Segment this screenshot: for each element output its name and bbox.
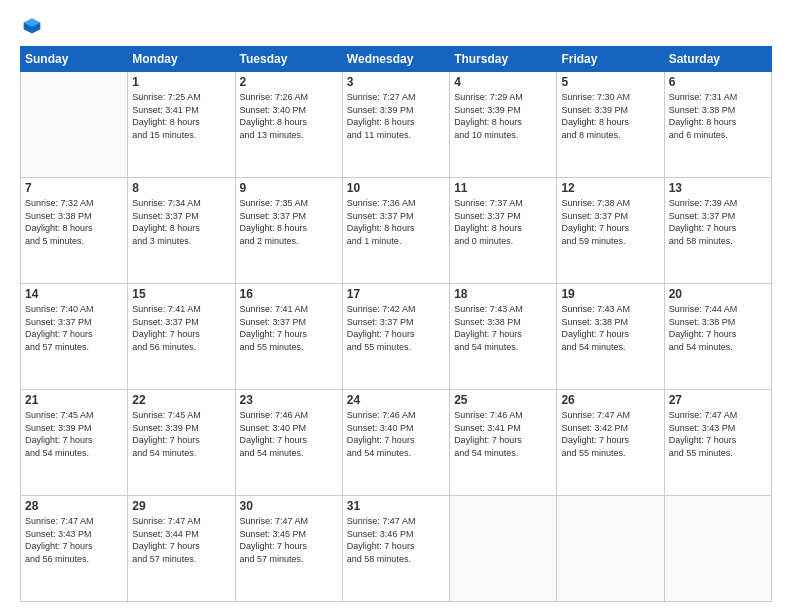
- calendar-cell: 22Sunrise: 7:45 AMSunset: 3:39 PMDayligh…: [128, 390, 235, 496]
- cell-info: and 58 minutes.: [347, 553, 445, 566]
- calendar-cell: [557, 496, 664, 602]
- day-number: 6: [669, 75, 767, 89]
- cell-info: Daylight: 7 hours: [240, 328, 338, 341]
- day-header-saturday: Saturday: [664, 47, 771, 72]
- calendar-cell: 5Sunrise: 7:30 AMSunset: 3:39 PMDaylight…: [557, 72, 664, 178]
- calendar-cell: 19Sunrise: 7:43 AMSunset: 3:38 PMDayligh…: [557, 284, 664, 390]
- cell-info: Daylight: 8 hours: [347, 222, 445, 235]
- cell-info: Sunset: 3:43 PM: [669, 422, 767, 435]
- day-number: 29: [132, 499, 230, 513]
- calendar-table: SundayMondayTuesdayWednesdayThursdayFrid…: [20, 46, 772, 602]
- cell-info: Daylight: 8 hours: [132, 222, 230, 235]
- cell-info: and 55 minutes.: [669, 447, 767, 460]
- day-number: 2: [240, 75, 338, 89]
- cell-info: Sunrise: 7:44 AM: [669, 303, 767, 316]
- cell-info: and 57 minutes.: [132, 553, 230, 566]
- cell-info: Daylight: 8 hours: [240, 222, 338, 235]
- day-number: 25: [454, 393, 552, 407]
- cell-info: Sunset: 3:40 PM: [240, 104, 338, 117]
- cell-info: Sunset: 3:38 PM: [561, 316, 659, 329]
- day-number: 7: [25, 181, 123, 195]
- cell-info: Sunrise: 7:47 AM: [347, 515, 445, 528]
- cell-info: Daylight: 7 hours: [25, 328, 123, 341]
- day-header-friday: Friday: [557, 47, 664, 72]
- logo-icon: [22, 16, 42, 36]
- cell-info: Daylight: 7 hours: [347, 540, 445, 553]
- calendar-cell: 28Sunrise: 7:47 AMSunset: 3:43 PMDayligh…: [21, 496, 128, 602]
- day-header-tuesday: Tuesday: [235, 47, 342, 72]
- cell-info: Sunrise: 7:32 AM: [25, 197, 123, 210]
- cell-info: Daylight: 7 hours: [454, 434, 552, 447]
- cell-info: Daylight: 7 hours: [669, 222, 767, 235]
- cell-info: Sunset: 3:44 PM: [132, 528, 230, 541]
- cell-info: and 11 minutes.: [347, 129, 445, 142]
- day-number: 20: [669, 287, 767, 301]
- cell-info: and 56 minutes.: [132, 341, 230, 354]
- cell-info: Sunrise: 7:46 AM: [347, 409, 445, 422]
- cell-info: Sunrise: 7:34 AM: [132, 197, 230, 210]
- cell-info: Sunrise: 7:47 AM: [669, 409, 767, 422]
- day-number: 3: [347, 75, 445, 89]
- cell-info: Daylight: 7 hours: [240, 540, 338, 553]
- calendar-cell: 29Sunrise: 7:47 AMSunset: 3:44 PMDayligh…: [128, 496, 235, 602]
- cell-info: Daylight: 7 hours: [454, 328, 552, 341]
- cell-info: Sunrise: 7:46 AM: [240, 409, 338, 422]
- cell-info: Sunrise: 7:45 AM: [25, 409, 123, 422]
- cell-info: and 58 minutes.: [669, 235, 767, 248]
- cell-info: Sunset: 3:39 PM: [347, 104, 445, 117]
- cell-info: Sunset: 3:45 PM: [240, 528, 338, 541]
- page: SundayMondayTuesdayWednesdayThursdayFrid…: [0, 0, 792, 612]
- calendar-cell: 6Sunrise: 7:31 AMSunset: 3:38 PMDaylight…: [664, 72, 771, 178]
- cell-info: and 3 minutes.: [132, 235, 230, 248]
- calendar-cell: [450, 496, 557, 602]
- cell-info: and 57 minutes.: [240, 553, 338, 566]
- cell-info: Sunset: 3:37 PM: [347, 316, 445, 329]
- cell-info: Sunrise: 7:35 AM: [240, 197, 338, 210]
- day-number: 13: [669, 181, 767, 195]
- calendar-cell: 15Sunrise: 7:41 AMSunset: 3:37 PMDayligh…: [128, 284, 235, 390]
- logo: [20, 16, 42, 36]
- cell-info: Daylight: 7 hours: [561, 222, 659, 235]
- cell-info: Daylight: 7 hours: [669, 434, 767, 447]
- cell-info: and 55 minutes.: [561, 447, 659, 460]
- cell-info: Sunset: 3:37 PM: [132, 316, 230, 329]
- cell-info: and 54 minutes.: [347, 447, 445, 460]
- cell-info: and 2 minutes.: [240, 235, 338, 248]
- cell-info: Sunrise: 7:27 AM: [347, 91, 445, 104]
- day-number: 23: [240, 393, 338, 407]
- calendar-cell: 2Sunrise: 7:26 AMSunset: 3:40 PMDaylight…: [235, 72, 342, 178]
- day-number: 30: [240, 499, 338, 513]
- calendar-cell: 3Sunrise: 7:27 AMSunset: 3:39 PMDaylight…: [342, 72, 449, 178]
- cell-info: and 10 minutes.: [454, 129, 552, 142]
- cell-info: and 59 minutes.: [561, 235, 659, 248]
- day-number: 18: [454, 287, 552, 301]
- cell-info: Sunrise: 7:41 AM: [240, 303, 338, 316]
- calendar-cell: 4Sunrise: 7:29 AMSunset: 3:39 PMDaylight…: [450, 72, 557, 178]
- day-number: 16: [240, 287, 338, 301]
- cell-info: and 56 minutes.: [25, 553, 123, 566]
- cell-info: and 54 minutes.: [132, 447, 230, 460]
- cell-info: Sunset: 3:37 PM: [240, 316, 338, 329]
- cell-info: and 13 minutes.: [240, 129, 338, 142]
- calendar-cell: 12Sunrise: 7:38 AMSunset: 3:37 PMDayligh…: [557, 178, 664, 284]
- calendar-cell: 26Sunrise: 7:47 AMSunset: 3:42 PMDayligh…: [557, 390, 664, 496]
- day-number: 26: [561, 393, 659, 407]
- cell-info: Daylight: 7 hours: [669, 328, 767, 341]
- cell-info: Sunset: 3:37 PM: [347, 210, 445, 223]
- cell-info: Daylight: 8 hours: [132, 116, 230, 129]
- cell-info: Sunset: 3:38 PM: [669, 104, 767, 117]
- cell-info: Sunset: 3:37 PM: [454, 210, 552, 223]
- calendar-cell: 23Sunrise: 7:46 AMSunset: 3:40 PMDayligh…: [235, 390, 342, 496]
- cell-info: Daylight: 7 hours: [347, 328, 445, 341]
- cell-info: Sunrise: 7:47 AM: [25, 515, 123, 528]
- cell-info: and 54 minutes.: [25, 447, 123, 460]
- cell-info: and 8 minutes.: [561, 129, 659, 142]
- cell-info: and 57 minutes.: [25, 341, 123, 354]
- cell-info: and 54 minutes.: [454, 447, 552, 460]
- calendar-cell: 20Sunrise: 7:44 AMSunset: 3:38 PMDayligh…: [664, 284, 771, 390]
- cell-info: Sunset: 3:39 PM: [561, 104, 659, 117]
- cell-info: Sunset: 3:41 PM: [132, 104, 230, 117]
- calendar-cell: 11Sunrise: 7:37 AMSunset: 3:37 PMDayligh…: [450, 178, 557, 284]
- cell-info: Daylight: 8 hours: [454, 222, 552, 235]
- cell-info: and 54 minutes.: [454, 341, 552, 354]
